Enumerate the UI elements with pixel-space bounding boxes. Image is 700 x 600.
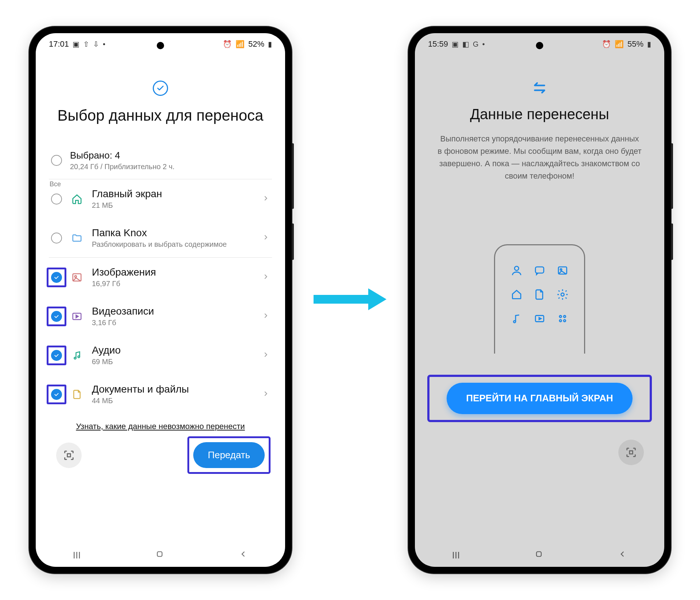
svg-point-14 — [561, 293, 564, 296]
phone-left: 17:01 ▣ ⇧ ⇩ • ⏰ 📶 52% ▮ Выбор данных для — [29, 27, 292, 573]
battery-icon: ▮ — [268, 40, 272, 48]
dot-icon: • — [103, 40, 105, 48]
download-icon: ⇩ — [93, 40, 99, 48]
select-all-checkbox[interactable] — [51, 155, 62, 166]
svg-point-4 — [74, 357, 76, 359]
back-button[interactable] — [618, 549, 627, 561]
check-header-icon — [153, 81, 168, 96]
svg-marker-9 — [368, 288, 386, 310]
list-item-documents[interactable]: Документы и файлы 44 МБ — [49, 375, 272, 414]
select-all-row[interactable]: Все Выбрано: 4 20,24 Гб / Приблизительно… — [49, 150, 272, 179]
chevron-right-icon — [262, 194, 270, 204]
battery-text: 52% — [248, 39, 264, 49]
svg-point-15 — [514, 321, 516, 323]
item-title: Папка Knox — [92, 227, 253, 239]
cannot-transfer-link[interactable]: Узнать, какие данные невозможно перенест… — [76, 422, 245, 431]
document-icon — [533, 288, 546, 302]
gear-icon — [556, 288, 569, 302]
back-button[interactable] — [238, 549, 248, 561]
svg-rect-23 — [536, 552, 541, 556]
transfer-button-highlight: Передать — [193, 442, 265, 468]
svg-point-13 — [560, 269, 561, 270]
gallery-icon: ▣ — [452, 40, 459, 48]
home-button[interactable] — [155, 549, 164, 561]
chevron-right-icon — [262, 273, 270, 282]
alarm-icon: ⏰ — [602, 40, 611, 48]
checkbox-checked[interactable] — [51, 389, 62, 400]
item-sub: 69 МБ — [92, 358, 253, 366]
selected-size: 20,24 Гб / Приблизительно 2 ч. — [70, 163, 175, 171]
checkbox[interactable] — [51, 194, 62, 204]
item-sub: 44 МБ — [92, 397, 253, 405]
home-button[interactable] — [534, 549, 544, 561]
svg-rect-8 — [314, 295, 368, 304]
selected-count: Выбрано: 4 — [70, 150, 175, 161]
person-icon — [510, 264, 523, 278]
transfer-icon — [532, 81, 547, 95]
app-icon: ◧ — [462, 40, 469, 48]
chevron-right-icon — [262, 390, 270, 399]
item-title: Документы и файлы — [92, 383, 253, 395]
svg-point-1 — [75, 276, 77, 277]
svg-point-20 — [559, 320, 561, 322]
svg-point-21 — [563, 320, 565, 322]
alarm-icon: ⏰ — [223, 40, 232, 48]
svg-rect-6 — [67, 453, 71, 457]
apps-icon — [556, 312, 569, 326]
camera-cutout — [157, 42, 164, 49]
svg-point-18 — [559, 316, 561, 318]
flow-arrow-icon — [314, 285, 386, 315]
item-sub: 21 МБ — [92, 201, 253, 210]
device-illustration — [494, 244, 585, 354]
list-item-home[interactable]: Главный экран 21 МБ — [49, 179, 272, 218]
checkbox[interactable] — [51, 233, 62, 243]
item-title: Видеозаписи — [92, 305, 253, 317]
checkbox-checked[interactable] — [51, 272, 62, 283]
item-sub: Разблокировать и выбрать содержимое — [92, 240, 253, 249]
svg-marker-17 — [539, 318, 541, 320]
item-title: Главный экран — [92, 188, 253, 200]
upload-icon: ⇧ — [83, 40, 89, 48]
checkbox-checked[interactable] — [51, 311, 62, 322]
audio-icon — [71, 349, 83, 362]
recents-button[interactable]: III — [452, 550, 460, 561]
battery-icon: ▮ — [647, 40, 651, 48]
status-time: 17:01 — [49, 39, 69, 49]
page-title: Выбор данных для переноса — [49, 107, 272, 124]
list-item-knox[interactable]: Папка Knox Разблокировать и выбрать соде… — [49, 218, 272, 257]
list-item-audio[interactable]: Аудио 69 МБ — [49, 336, 272, 375]
document-icon — [71, 388, 83, 401]
home-icon — [71, 193, 83, 205]
qr-capture-button[interactable] — [56, 443, 82, 468]
qr-capture-button[interactable] — [618, 440, 644, 465]
phone-right: 15:59 ▣ ◧ G • ⏰ 📶 55% ▮ — [408, 27, 671, 573]
image-icon — [556, 264, 569, 278]
item-sub: 16,97 Гб — [92, 280, 253, 288]
checkbox-checked[interactable] — [51, 350, 62, 361]
cta-highlight — [427, 375, 652, 422]
chevron-right-icon — [262, 312, 270, 321]
dot-icon: • — [482, 40, 485, 48]
chevron-right-icon — [262, 351, 270, 360]
gallery-icon: ▣ — [73, 40, 79, 48]
status-time: 15:59 — [428, 39, 448, 49]
svg-rect-7 — [157, 552, 162, 556]
recents-button[interactable]: III — [73, 550, 81, 561]
transfer-button[interactable]: Передать — [193, 442, 265, 468]
g-icon: G — [473, 40, 479, 48]
list-item-video[interactable]: Видеозаписи 3,16 Гб — [49, 297, 272, 336]
battery-text: 55% — [627, 39, 643, 49]
list-item-images[interactable]: Изображения 16,97 Гб — [49, 258, 272, 297]
chevron-right-icon — [262, 233, 270, 243]
video-icon — [533, 312, 546, 326]
image-icon — [71, 271, 83, 284]
svg-point-5 — [78, 356, 80, 358]
page-title: Данные перенесены — [428, 106, 651, 122]
signal-icon: 📶 — [236, 40, 245, 48]
video-icon — [71, 310, 83, 323]
item-title: Изображения — [92, 266, 253, 278]
signal-icon: 📶 — [615, 40, 624, 48]
chat-icon — [533, 264, 546, 278]
item-sub: 3,16 Гб — [92, 319, 253, 327]
audio-icon — [510, 312, 523, 326]
